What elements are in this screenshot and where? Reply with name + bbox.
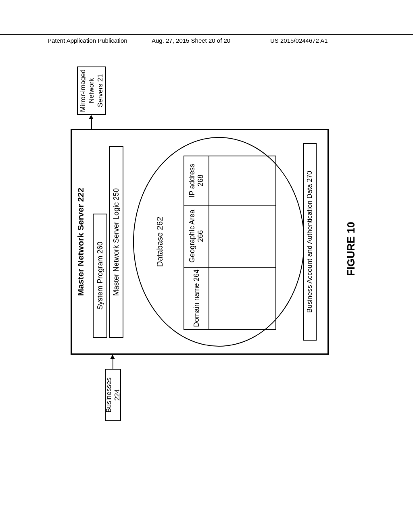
db-table: Domain name 264 Geographic Area 266 IP a… bbox=[184, 156, 276, 330]
businesses-label: Businesses 224 bbox=[104, 371, 122, 419]
header-right: US 2015/0244672 A1 bbox=[270, 37, 328, 44]
database-label: Database 262 bbox=[155, 137, 165, 347]
figure-label: FIGURE 10 bbox=[345, 66, 357, 431]
arrow-master-to-mirror bbox=[91, 118, 92, 129]
page-header: Patent Application Publication Aug. 27, … bbox=[0, 34, 413, 36]
db-col-ip: IP address 268 bbox=[184, 156, 275, 205]
mirror-label: Mirror-imaged Network Servers 21 bbox=[79, 69, 104, 112]
db-col-geo: Geographic Area 266 bbox=[184, 205, 275, 267]
db-col-ip-header: IP address 268 bbox=[184, 156, 209, 205]
mirror-box: Mirror-imaged Network Servers 21 bbox=[77, 66, 106, 115]
diagram-rotated-viewport: Businesses 224 Mirror-imaged Network Ser… bbox=[24, 89, 389, 409]
db-col-geo-body bbox=[209, 206, 275, 267]
arrowhead-businesses-icon bbox=[110, 355, 115, 359]
server-logic-label: Master Network Server Logic 250 bbox=[112, 188, 121, 296]
system-program-label: System Program 260 bbox=[96, 241, 105, 310]
system-program-box: System Program 260 bbox=[93, 214, 107, 338]
arrowhead-mirror-icon bbox=[89, 115, 94, 119]
arrow-businesses-to-master bbox=[113, 358, 113, 369]
db-col-ip-body bbox=[209, 156, 275, 205]
db-col-domain-header: Domain name 264 bbox=[184, 268, 209, 329]
header-left: Patent Application Publication bbox=[48, 37, 127, 44]
auth-data-box: Business Account and Authentication Data… bbox=[303, 143, 317, 341]
server-logic-box: Master Network Server Logic 250 bbox=[109, 146, 123, 338]
businesses-box: Businesses 224 bbox=[105, 369, 121, 421]
diagram-canvas: Businesses 224 Mirror-imaged Network Ser… bbox=[46, 66, 367, 431]
master-title: Master Network Server 222 bbox=[76, 130, 86, 353]
auth-data-label: Business Account and Authentication Data… bbox=[305, 171, 314, 313]
header-center: Aug. 27, 2015 Sheet 20 of 20 bbox=[152, 37, 230, 44]
db-col-domain: Domain name 264 bbox=[184, 267, 275, 329]
db-col-domain-body bbox=[209, 268, 275, 329]
db-col-geo-header: Geographic Area 266 bbox=[184, 206, 209, 267]
